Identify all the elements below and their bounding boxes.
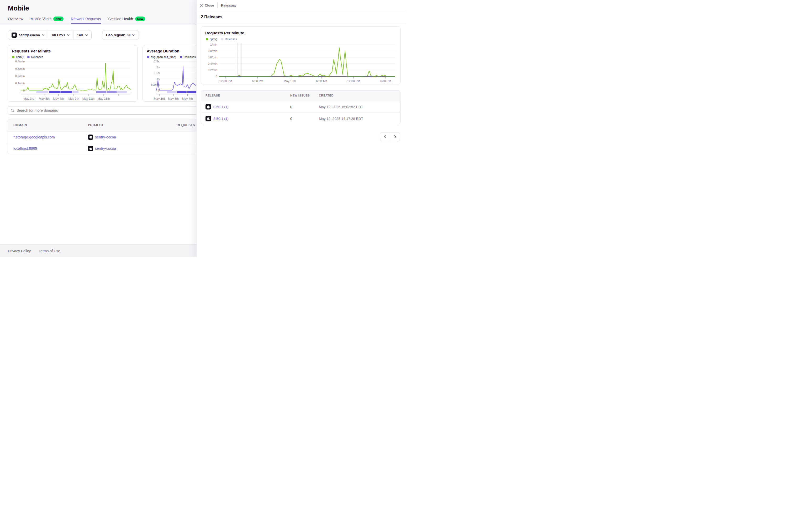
legend-dot [27,56,30,58]
svg-text:May 9th: May 9th [68,97,79,100]
chevron-down-icon [42,34,45,36]
releases-table: RELEASE NEW ISSUES CREATED 8.50.1 (1) 0 … [201,90,401,124]
table-row: 8.50.1 (1) 0 May 12, 2025 15:02:52 EDT [201,101,400,113]
apple-platform-icon [88,134,93,140]
panel-requests-per-minute-chart[interactable]: 1/min0.8/min0.6/min0.4/min0.2/min012:00 … [201,42,401,85]
svg-text:2.5s: 2.5s [154,60,160,63]
created-timestamp: May 12, 2025 14:17:28 EDT [319,116,363,120]
chart-title: Average Duration [147,49,179,53]
svg-text:0.6/min: 0.6/min [208,56,217,59]
svg-text:0.2/min: 0.2/min [15,74,25,78]
apple-platform-icon [205,116,211,121]
new-issues-count: 0 [290,116,292,120]
domain-link[interactable]: *.storage.googleapis.com [13,135,55,139]
new-badge: New [135,17,145,21]
environment-filter[interactable]: All Envs [48,30,73,39]
svg-text:May 11th: May 11th [82,97,94,100]
panel-heading-row: 2 Releases [197,11,406,23]
project-filter[interactable]: sentry-cocoa [8,30,48,39]
tab-bar: Overview Mobile VitalsNew Network Reques… [8,15,145,25]
svg-text:1/min: 1/min [210,43,217,46]
legend-dot [12,56,14,58]
chart-legend: epm() Releases [206,37,237,41]
tab-overview[interactable]: Overview [8,15,23,25]
releases-panel: Close Releases 2 Releases Requests Per M… [196,0,406,257]
project-link[interactable]: sentry-cocoa [95,146,116,151]
svg-text:0: 0 [23,89,25,92]
svg-text:May 13th: May 13th [97,97,110,100]
chevron-right-icon [394,135,397,139]
tab-session-health[interactable]: Session HealthNew [108,15,145,25]
svg-text:May 5th: May 5th [39,97,50,100]
page-title: Mobile [8,4,29,12]
panel-header: Close Releases [197,0,406,11]
svg-text:May 3rd: May 3rd [24,97,35,100]
requests-per-minute-chart[interactable]: 0.4/min0.3/min0.2/min0.1/min0May 3rdMay … [8,59,138,102]
pagination [380,132,400,141]
chart-title: Requests Per Minute [12,49,51,53]
chart-legend: avg(span.self_time) Releases [147,55,196,59]
privacy-policy-link[interactable]: Privacy Policy [8,249,31,253]
svg-text:0.2/min: 0.2/min [208,68,217,71]
svg-text:0.1/min: 0.1/min [15,82,25,85]
apple-platform-icon [205,104,211,110]
new-badge: New [53,17,63,21]
chevron-down-icon [67,34,70,36]
tab-network-requests[interactable]: Network Requests [71,15,101,25]
svg-text:6:00 PM: 6:00 PM [252,80,263,83]
legend-dot [147,56,149,58]
panel-requests-per-minute-card: Requests Per Minute epm() Releases 1/min… [201,26,401,85]
svg-text:6:00 AM: 6:00 AM [316,80,327,83]
svg-text:1.5s: 1.5s [154,71,160,74]
filter-button-group: sentry-cocoa All Envs 14D [8,30,92,40]
releases-count-heading: 2 Releases [201,15,223,20]
geo-region-filter[interactable]: Geo region: All [102,30,139,40]
release-link[interactable]: 8.50.1 (1) [213,105,229,109]
chevron-down-icon [132,34,135,36]
svg-text:0.4/min: 0.4/min [208,62,217,65]
search-icon [10,109,14,113]
svg-text:May 3rd: May 3rd [154,97,165,100]
project-link[interactable]: sentry-cocoa [95,135,116,139]
svg-text:May 5th: May 5th [168,97,179,100]
svg-text:May 7th: May 7th [182,97,193,100]
domain-link[interactable]: localhost:8969 [13,146,37,151]
divider [217,3,218,8]
release-link[interactable]: 8.50.1 (1) [213,116,229,120]
terms-of-use-link[interactable]: Terms of Use [38,249,60,253]
apple-platform-icon [11,32,17,38]
requests-per-minute-card: Requests Per Minute epm() Releases 0.4/m… [8,45,138,102]
created-timestamp: May 12, 2025 15:02:52 EDT [319,105,363,109]
apple-platform-icon [88,146,93,151]
svg-text:May 7th: May 7th [53,97,64,100]
svg-text:0.8/min: 0.8/min [208,49,217,53]
legend-dot [206,38,208,40]
chevron-left-icon [383,135,387,139]
chart-title: Requests Per Minute [205,31,244,35]
tab-mobile-vitals[interactable]: Mobile VitalsNew [30,15,63,25]
table-row: 8.50.1 (1) 0 May 12, 2025 14:17:28 EDT [201,113,400,124]
date-range-filter[interactable]: 14D [73,30,91,39]
close-button[interactable]: Close [200,3,214,7]
chart-legend: epm() Releases [12,55,43,59]
svg-text:12:00 PM: 12:00 PM [347,80,360,83]
svg-text:6:00 PM: 6:00 PM [380,80,391,83]
svg-text:May 13th: May 13th [284,80,296,83]
svg-text:2s: 2s [156,66,160,69]
panel-title: Releases [221,3,236,8]
svg-text:0.4/min: 0.4/min [15,60,25,63]
new-issues-count: 0 [290,105,292,109]
next-page-button[interactable] [390,132,400,141]
legend-dot [180,56,182,58]
app-root: Mobile Overview Mobile VitalsNew Network… [0,0,406,257]
close-icon [200,4,203,7]
legend-dot [221,38,223,40]
svg-text:0.3/min: 0.3/min [15,67,25,70]
chevron-down-icon [85,34,88,36]
svg-text:0: 0 [216,75,217,78]
previous-page-button[interactable] [380,132,390,141]
releases-table-header: RELEASE NEW ISSUES CREATED [201,90,400,101]
svg-text:12:00 PM: 12:00 PM [219,80,232,83]
